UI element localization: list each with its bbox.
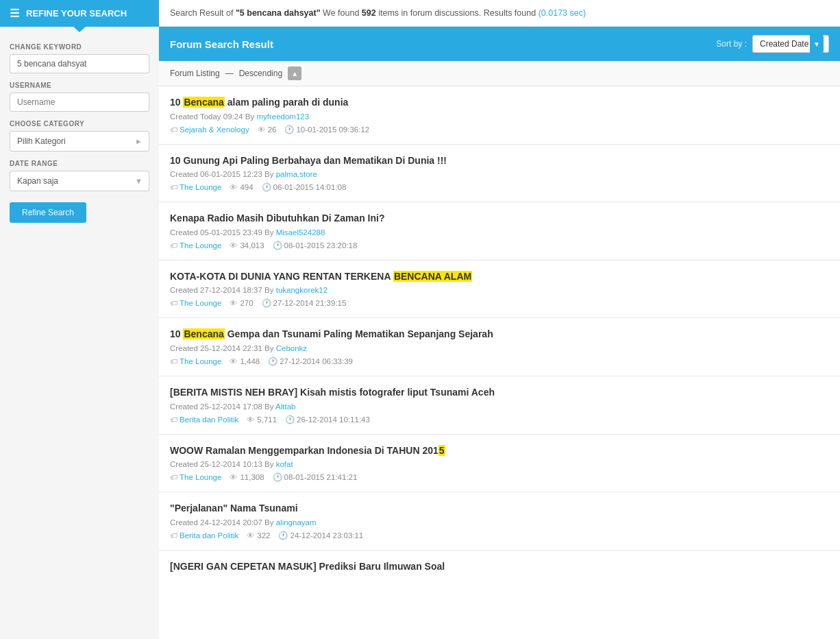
listing-bar: Forum Listing — Descending ▲ [159, 61, 840, 86]
tag-link[interactable]: The Lounge [180, 357, 221, 365]
results-list: 10 Bencana alam paling parah di duniaCre… [159, 86, 840, 586]
tag-link[interactable]: The Lounge [180, 241, 221, 250]
result-title: WOOW Ramalan Menggemparkan Indonesia Di … [170, 444, 829, 458]
date-item: 🕐 27-12-2014 06:33:39 [268, 357, 353, 366]
last-date: 26-12-2014 10:11:43 [297, 415, 370, 424]
tag-link[interactable]: The Lounge [180, 183, 221, 191]
tag-link[interactable]: Sejarah & Xenology [180, 125, 249, 134]
result-title-link[interactable]: 10 Gunung Api Paling Berbahaya dan Memat… [170, 155, 447, 166]
highlight-text: Bencana [183, 328, 224, 339]
result-title-link[interactable]: Kenapa Radio Masih Dibutuhkan Di Zaman I… [170, 213, 384, 224]
result-title-link[interactable]: WOOW Ramalan Menggemparkan Indonesia Di … [170, 445, 445, 456]
tag-item: 🏷 The Lounge [170, 183, 221, 191]
result-author-link[interactable]: Misael524288 [276, 228, 325, 237]
views-item: 👁 1,448 [230, 357, 260, 365]
result-title: 10 Bencana alam paling parah di dunia [170, 96, 829, 110]
result-item: Kenapa Radio Masih Dibutuhkan Di Zaman I… [159, 202, 840, 261]
result-author-link[interactable]: Cebonkz [276, 344, 307, 352]
result-author-link[interactable]: tukangkorek12 [276, 286, 328, 294]
listing-order: Descending [239, 69, 282, 78]
result-header-title: Forum Search Result [170, 38, 273, 50]
main-content: Search Result of "5 bencana dahsyat" We … [159, 0, 840, 639]
clock-icon: 🕐 [273, 241, 282, 250]
views-item: 👁 322 [247, 531, 270, 540]
result-item: 10 Bencana alam paling parah di duniaCre… [159, 86, 840, 145]
result-title-link[interactable]: KOTA-KOTA DI DUNIA YANG RENTAN TERKENA B… [170, 271, 472, 282]
tag-link[interactable]: The Lounge [180, 299, 221, 307]
result-time: (0.0173 sec) [539, 8, 586, 18]
sort-area: Sort by : Created Date ▼ [716, 35, 829, 53]
result-meta: Created 25-12-2014 10:13 By kofat [170, 460, 829, 468]
date-range-label: DATE RANGE [10, 160, 149, 167]
result-tags: 🏷 The Lounge 👁 34,013 🕐 08-01-2015 23:20… [170, 241, 829, 250]
tag-item: 🏷 The Lounge [170, 299, 221, 307]
eye-icon: 👁 [230, 299, 238, 307]
tag-item: 🏷 Sejarah & Xenology [170, 125, 249, 134]
eye-icon: 👁 [247, 531, 255, 540]
tag-link[interactable]: Berita dan Politik [180, 415, 238, 424]
tag-item: 🏷 Berita dan Politik [170, 415, 238, 424]
result-title: 10 Gunung Api Paling Berbahaya dan Memat… [170, 154, 829, 168]
listing-label: Forum Listing [170, 69, 220, 78]
username-input[interactable] [10, 93, 149, 112]
eye-icon: 👁 [230, 357, 238, 365]
tag-link[interactable]: The Lounge [180, 473, 221, 481]
result-author-link[interactable]: alingnayam [276, 518, 317, 527]
date-item: 🕐 08-01-2015 23:20:18 [273, 241, 358, 250]
views-count: 34,013 [240, 241, 264, 250]
result-item: [NGERI GAN CEPETAN MASUK] Prediksi Baru … [159, 551, 840, 586]
result-meta: Created 06-01-2015 12:23 By palma.store [170, 170, 829, 178]
hamburger-icon[interactable]: ☰ [10, 7, 19, 20]
last-date: 08-01-2015 21:41:21 [284, 473, 358, 481]
result-author-link[interactable]: myfreedom123 [256, 112, 309, 121]
change-keyword-label: CHANGE KEYWORD [10, 43, 149, 51]
eye-icon: 👁 [230, 473, 238, 481]
search-keyword-display: "5 bencana dahsyat" [236, 8, 321, 18]
result-title-link[interactable]: [BERITA MISTIS NEH BRAY] Kisah mistis fo… [170, 387, 495, 398]
last-date: 08-01-2015 23:20:18 [284, 241, 358, 250]
sidebar-header-label: REFINE YOUR SEARCH [26, 8, 127, 19]
refine-search-button[interactable]: Refine Search [10, 202, 86, 223]
date-range-select[interactable]: Kapan saja [10, 171, 149, 191]
date-item: 🕐 24-12-2014 23:03:11 [278, 531, 363, 540]
result-author-link[interactable]: kofat [276, 460, 293, 468]
sidebar-header: ☰ REFINE YOUR SEARCH [0, 0, 159, 27]
views-item: 👁 11,308 [230, 473, 264, 481]
listing-sort-icon[interactable]: ▲ [288, 67, 301, 80]
result-title-link[interactable]: [NGERI GAN CEPETAN MASUK] Prediksi Baru … [170, 561, 445, 572]
result-item: 10 Bencana Gempa dan Tsunami Paling Mema… [159, 318, 840, 376]
sort-dropdown[interactable]: Created Date [752, 35, 829, 53]
result-title: KOTA-KOTA DI DUNIA YANG RENTAN TERKENA B… [170, 270, 829, 284]
result-author-link[interactable]: Alttab [275, 402, 295, 411]
tag-link[interactable]: Berita dan Politik [180, 531, 238, 540]
clock-icon: 🕐 [262, 298, 271, 308]
tag-item: 🏷 Berita dan Politik [170, 531, 238, 540]
tag-icon: 🏷 [170, 241, 177, 250]
category-select[interactable]: Pilih Kategori [10, 131, 149, 152]
date-item: 🕐 10-01-2015 09:36:12 [284, 125, 369, 134]
result-author-link[interactable]: palma.store [276, 170, 317, 178]
eye-icon: 👁 [230, 241, 238, 250]
views-count: 26 [268, 125, 277, 134]
result-item: KOTA-KOTA DI DUNIA YANG RENTAN TERKENA B… [159, 261, 840, 319]
result-context: items in forum discussions. Results foun… [378, 8, 536, 18]
result-meta: Created 27-12-2014 18:37 By tukangkorek1… [170, 286, 829, 294]
result-title-link[interactable]: "Perjalanan" Nama Tsunami [170, 503, 298, 514]
clock-icon: 🕐 [273, 472, 282, 482]
result-item: WOOW Ramalan Menggemparkan Indonesia Di … [159, 435, 840, 493]
last-date: 24-12-2014 23:03:11 [290, 531, 363, 540]
top-bar: Search Result of "5 bencana dahsyat" We … [159, 0, 840, 27]
result-tags: 🏷 Berita dan Politik 👁 322 🕐 24-12-2014 … [170, 531, 829, 540]
result-title-link[interactable]: 10 Bencana alam paling parah di dunia [170, 97, 348, 108]
result-tags: 🏷 The Lounge 👁 1,448 🕐 27-12-2014 06:33:… [170, 357, 829, 366]
clock-icon: 🕐 [278, 531, 288, 540]
clock-icon: 🕐 [262, 182, 271, 192]
result-title: 10 Bencana Gempa dan Tsunami Paling Mema… [170, 328, 829, 341]
result-meta: Created 05-01-2015 23:49 By Misael524288 [170, 228, 829, 237]
keyword-input[interactable] [10, 54, 149, 73]
result-item: [BERITA MISTIS NEH BRAY] Kisah mistis fo… [159, 376, 840, 435]
date-item: 🕐 26-12-2014 10:11:43 [285, 415, 370, 424]
result-title-link[interactable]: 10 Bencana Gempa dan Tsunami Paling Mema… [170, 328, 493, 339]
date-item: 🕐 08-01-2015 21:41:21 [273, 472, 358, 482]
eye-icon: 👁 [230, 183, 238, 191]
